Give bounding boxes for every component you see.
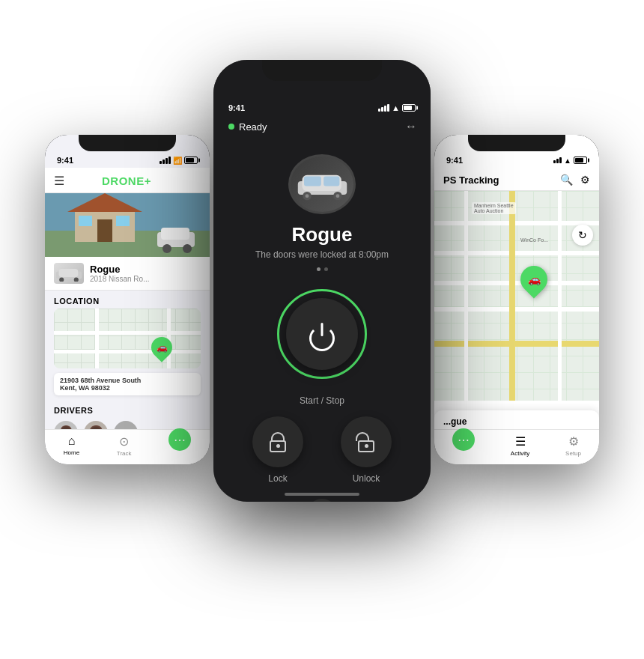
activity-icon: ☰ (515, 434, 526, 449)
center-content: 9:41 ▲ (213, 81, 431, 502)
nav-track[interactable]: ⊙ Track (117, 434, 132, 457)
unlock-dot (365, 444, 368, 448)
road-v1 (464, 191, 468, 401)
right-status-icons: ▲ (553, 157, 587, 165)
center-status-icons: ▲ (378, 103, 416, 112)
right-nav-setup[interactable]: ⚙ Setup (565, 434, 581, 457)
unlock-action[interactable]: Unlock (341, 416, 392, 484)
track-icon: ⊙ (119, 434, 129, 449)
unlock-label: Unlock (353, 473, 380, 484)
dot-1 (317, 267, 321, 271)
unlock-icon (358, 432, 374, 452)
lock-action[interactable]: Lock (252, 416, 303, 484)
car-card: Rogue 2018 Nissan Ro... (45, 257, 210, 291)
power-button-container[interactable] (277, 289, 367, 379)
right-phone: 9:41 ▲ PS Tracking 🔍 (434, 135, 599, 464)
car-info: Rogue 2018 Nissan Ro... (90, 264, 150, 283)
svg-point-21 (305, 194, 309, 198)
expand-icon[interactable]: ↔ (405, 120, 416, 133)
map-road-h1 (54, 331, 201, 335)
left-bottom-nav: ⌂ Home ⊙ Track ⋯ (45, 429, 210, 464)
ready-label: Ready (239, 121, 267, 133)
car-icon (55, 265, 83, 282)
menu-icon[interactable]: ☰ (54, 174, 64, 188)
center-car-status: The doors were locked at 8:00pm (255, 249, 389, 260)
left-phone-inner: 9:41 📶 ☰ DRONE+ (45, 135, 210, 464)
svg-rect-8 (161, 228, 189, 240)
drivers-section-title: DRIVERS (45, 400, 210, 418)
search-icon[interactable]: 🔍 (560, 174, 573, 186)
power-ring (277, 289, 367, 379)
lock-dot (276, 444, 280, 448)
left-phone: 9:41 📶 ☰ DRONE+ (45, 135, 210, 464)
action-buttons: Lock Unlock (252, 416, 392, 484)
power-button[interactable] (286, 298, 358, 370)
svg-rect-12 (59, 269, 79, 277)
svg-rect-6 (116, 216, 130, 226)
ready-indicator: Ready (228, 121, 267, 133)
lock-button[interactable] (252, 416, 303, 467)
right-header-icons: 🔍 ⚙ (560, 174, 590, 186)
fab-button[interactable]: ⋯ (168, 428, 191, 451)
center-phone-inner: 9:41 ▲ (213, 60, 431, 502)
power-icon (308, 320, 336, 348)
road-v-yellow (509, 191, 515, 401)
unlock-button[interactable] (341, 416, 392, 467)
map-pin: 🚗 (151, 337, 172, 358)
svg-point-9 (162, 244, 171, 253)
right-map: Manheim SeattleAuto Auction WinCo Fo... … (434, 191, 599, 401)
nav-track-label: Track (117, 450, 132, 457)
battery-center-icon (402, 104, 416, 112)
right-nav-activity[interactable]: ☰ Activity (511, 434, 529, 457)
setup-icon: ⚙ (568, 434, 579, 449)
scene: 9:41 📶 ☰ DRONE+ (0, 0, 644, 659)
filter-icon[interactable]: ⚙ (580, 174, 590, 186)
unlock-body (358, 440, 374, 452)
setup-label: Setup (565, 450, 581, 457)
address-box: 21903 68th Avenue South Kent, WA 98032 (54, 373, 201, 395)
left-status-bar: 9:41 📶 (45, 150, 210, 168)
right-header: PS Tracking 🔍 ⚙ (434, 168, 599, 191)
left-time: 9:41 (57, 156, 73, 165)
road-v2 (558, 191, 562, 401)
lock-label: Lock (268, 473, 287, 484)
logo: DRONE+ (102, 174, 151, 187)
address-line2: Kent, WA 98032 (60, 384, 195, 392)
road-yellow1 (434, 341, 599, 347)
close-button[interactable]: × (309, 499, 335, 502)
road-h3 (434, 281, 599, 285)
map-road-h2 (54, 350, 201, 353)
refresh-button[interactable]: ↻ (572, 225, 593, 246)
location-section-title: LOCATION (45, 291, 210, 309)
lock-icon (270, 432, 286, 452)
wifi-icon: 📶 (173, 157, 182, 165)
left-status-icons: 📶 (160, 157, 198, 165)
dot-2 (324, 267, 328, 271)
hero-image (45, 193, 210, 257)
start-stop-label: Start / Stop (300, 395, 344, 406)
car-avatar (288, 154, 356, 214)
car-info-sub: 2018 Nissan Ro... (90, 275, 150, 283)
nav-fab[interactable]: ⋯ (168, 434, 191, 457)
home-indicator (285, 493, 359, 496)
right-phone-inner: 9:41 ▲ PS Tracking 🔍 (434, 135, 599, 464)
right-fab[interactable]: ⋯ (452, 428, 475, 451)
home-icon: ⌂ (68, 434, 76, 448)
right-map-pin: 🚗 (520, 266, 547, 293)
activity-label: Activity (511, 450, 529, 457)
right-nav-fab[interactable]: ⋯ (452, 434, 475, 457)
road-h2 (434, 251, 599, 255)
nav-home[interactable]: ⌂ Home (64, 434, 79, 457)
left-header: ☰ DRONE+ (45, 168, 210, 193)
center-phone: 9:41 ▲ (213, 60, 431, 502)
battery-right-icon (574, 157, 587, 164)
ready-dot (228, 124, 234, 130)
right-status-bar: 9:41 ▲ (434, 150, 599, 168)
svg-point-10 (183, 244, 192, 253)
wifi-center-icon: ▲ (392, 103, 400, 112)
unlock-arc (356, 432, 369, 441)
gps-title: PS Tracking (443, 174, 499, 186)
map-container: 🚗 (54, 309, 201, 368)
lock-arc (271, 432, 285, 441)
right-time: 9:41 (446, 156, 463, 165)
